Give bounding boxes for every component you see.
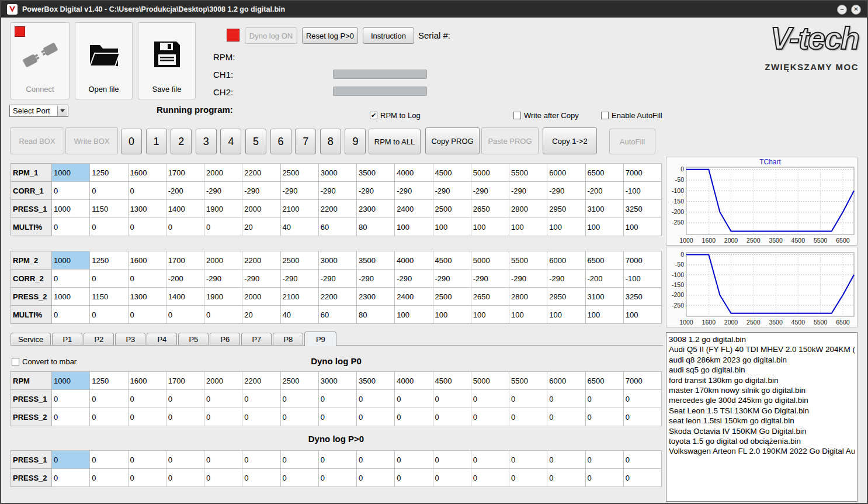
- table-cell[interactable]: 1000: [52, 251, 90, 270]
- table-cell[interactable]: 0: [395, 451, 433, 469]
- tab-p2[interactable]: P2: [84, 333, 114, 346]
- table-cell[interactable]: 100: [509, 218, 547, 236]
- table-cell[interactable]: 2500: [433, 200, 471, 218]
- table-cell[interactable]: 0: [585, 469, 623, 487]
- table-cell[interactable]: 0: [547, 408, 585, 426]
- table-cell[interactable]: -290: [280, 270, 318, 288]
- table-cell[interactable]: 1300: [128, 200, 166, 218]
- table-cell[interactable]: 1900: [204, 288, 242, 306]
- paste-prog-button[interactable]: Paste PROG: [481, 127, 539, 154]
- table-cell[interactable]: 0: [357, 469, 395, 487]
- table-cell[interactable]: 5000: [471, 251, 509, 270]
- table-cell[interactable]: 0: [623, 390, 661, 408]
- table-cell[interactable]: 100: [623, 218, 661, 236]
- table-cell[interactable]: 0: [90, 451, 128, 469]
- table-cell[interactable]: 5000: [471, 372, 509, 390]
- table-cell[interactable]: -290: [357, 182, 395, 200]
- table-cell[interactable]: -200: [166, 270, 204, 288]
- table-cell[interactable]: 1700: [166, 372, 204, 390]
- table-cell[interactable]: 0: [52, 469, 90, 487]
- table-cell[interactable]: 1000: [52, 372, 90, 390]
- digit-button-4[interactable]: 4: [220, 129, 241, 154]
- table-cell[interactable]: 5500: [509, 251, 547, 270]
- table-cell[interactable]: 2000: [204, 164, 242, 182]
- table-cell[interactable]: -290: [509, 182, 547, 200]
- table-cell[interactable]: 1600: [128, 164, 166, 182]
- digit-button-1[interactable]: 1: [146, 129, 167, 154]
- table-cell[interactable]: -290: [395, 182, 433, 200]
- table-cell[interactable]: 2800: [509, 200, 547, 218]
- table-cell[interactable]: 0: [471, 451, 509, 469]
- table-cell[interactable]: 0: [52, 182, 90, 200]
- tab-p5[interactable]: P5: [178, 333, 209, 346]
- table-cell[interactable]: 2950: [547, 200, 585, 218]
- table-cell[interactable]: 0: [52, 390, 90, 408]
- table-cell[interactable]: -290: [318, 182, 356, 200]
- table-cell[interactable]: 0: [242, 451, 280, 469]
- table-cell[interactable]: 2400: [395, 288, 433, 306]
- table-cell[interactable]: 1000: [52, 200, 90, 218]
- tab-p1[interactable]: P1: [52, 333, 82, 346]
- table-cell[interactable]: 2000: [204, 251, 242, 270]
- table-cell[interactable]: 2500: [280, 164, 318, 182]
- file-list-item[interactable]: Volkswagen Arteon FL 2.0 190KM 2022 Go D…: [669, 446, 855, 456]
- table-cell[interactable]: 2650: [471, 200, 509, 218]
- table-cell[interactable]: 0: [128, 182, 166, 200]
- table-cell[interactable]: -290: [433, 182, 471, 200]
- table-cell[interactable]: 0: [318, 390, 356, 408]
- table-cell[interactable]: 20: [242, 218, 280, 236]
- table-cell[interactable]: 100: [395, 306, 433, 324]
- table-cell[interactable]: 0: [318, 451, 356, 469]
- table-cell[interactable]: 1600: [128, 372, 166, 390]
- table-cell[interactable]: 0: [547, 469, 585, 487]
- table-cell[interactable]: 3250: [623, 288, 661, 306]
- table-cell[interactable]: 0: [204, 451, 242, 469]
- table-cell[interactable]: 0: [204, 390, 242, 408]
- table-cell[interactable]: 0: [166, 469, 204, 487]
- table-cell[interactable]: 6000: [547, 372, 585, 390]
- table-cell[interactable]: 100: [585, 306, 623, 324]
- table-cell[interactable]: 0: [90, 218, 128, 236]
- table-cell[interactable]: 100: [623, 306, 661, 324]
- table-cell[interactable]: 5500: [509, 164, 547, 182]
- read-box-button[interactable]: Read BOX: [10, 127, 64, 154]
- table-cell[interactable]: 0: [585, 451, 623, 469]
- rpm-to-all-button[interactable]: RPM to ALL: [369, 129, 421, 154]
- table-cell[interactable]: 20: [242, 306, 280, 324]
- table-cell[interactable]: 1300: [128, 288, 166, 306]
- table-cell[interactable]: 0: [509, 469, 547, 487]
- table-cell[interactable]: 1400: [166, 288, 204, 306]
- table-cell[interactable]: 0: [242, 408, 280, 426]
- table-cell[interactable]: 1700: [166, 164, 204, 182]
- table-cell[interactable]: 2000: [204, 372, 242, 390]
- table-cell[interactable]: -290: [204, 270, 242, 288]
- table-cell[interactable]: 0: [547, 390, 585, 408]
- enable-autofill-checkbox[interactable]: Enable AutoFill: [601, 111, 662, 120]
- table-cell[interactable]: 1700: [166, 251, 204, 270]
- table-cell[interactable]: 100: [547, 218, 585, 236]
- table-cell[interactable]: 0: [623, 451, 661, 469]
- table-cell[interactable]: 2400: [395, 200, 433, 218]
- file-list-item[interactable]: toyota 1.5 go digital od obciążenia.bin: [669, 436, 855, 446]
- digit-button-9[interactable]: 9: [345, 129, 366, 154]
- table-cell[interactable]: -290: [471, 270, 509, 288]
- table-cell[interactable]: 2950: [547, 288, 585, 306]
- table-cell[interactable]: 80: [357, 218, 395, 236]
- close-button[interactable]: ✕: [851, 5, 861, 15]
- table-cell[interactable]: -290: [318, 270, 356, 288]
- table-cell[interactable]: 7000: [623, 372, 661, 390]
- table-cell[interactable]: 0: [471, 390, 509, 408]
- table-cell[interactable]: 0: [128, 390, 166, 408]
- table-cell[interactable]: 0: [52, 408, 90, 426]
- table-cell[interactable]: 4000: [395, 164, 433, 182]
- table-cell[interactable]: 100: [585, 218, 623, 236]
- table-cell[interactable]: 0: [242, 390, 280, 408]
- table-cell[interactable]: 3500: [357, 164, 395, 182]
- table-cell[interactable]: 0: [52, 218, 90, 236]
- table-cell[interactable]: 60: [318, 306, 356, 324]
- table-cell[interactable]: 0: [547, 451, 585, 469]
- table-cell[interactable]: 0: [90, 270, 128, 288]
- file-list-item[interactable]: Audi Q5 II (FY FL) 40 TDI MHEV 2.0 150kW…: [669, 344, 855, 354]
- table-cell[interactable]: 40: [280, 306, 318, 324]
- table-cell[interactable]: 0: [623, 469, 661, 487]
